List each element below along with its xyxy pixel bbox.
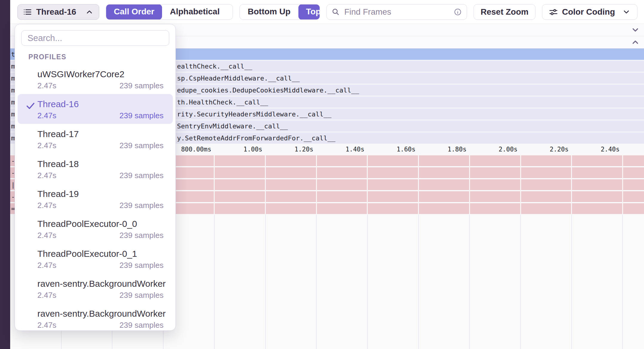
profile-duration: 2.47s <box>37 231 57 240</box>
profile-name: raven-sentry.BackgroundWorker <box>37 278 164 289</box>
gridline <box>622 155 623 215</box>
sort-order-tab[interactable]: Alphabetical <box>162 4 227 20</box>
profile-meta: 2.47s 239 samples <box>37 171 164 180</box>
profiles-search-input[interactable] <box>21 30 169 46</box>
profile-meta: 2.47s 239 samples <box>37 111 164 120</box>
sliders-icon <box>549 7 558 16</box>
profile-list-item[interactable]: Thread-17 2.47s 239 samples <box>15 124 176 154</box>
profile-duration: 2.47s <box>37 171 57 180</box>
direction-control: Bottom Up Top Down <box>239 4 320 20</box>
frame-label: sp.CspHeaderMiddleware.__call__ <box>177 75 300 82</box>
profile-sample-count: 239 samples <box>120 291 164 300</box>
frame-label: y.SetRemoteAddrFromForwardedFor.__call__ <box>177 134 335 142</box>
frame-label: rity.SecurityHeadersMiddleware.__call__ <box>177 110 332 118</box>
profile-duration: 2.47s <box>37 291 57 300</box>
profile-sample-count: 239 samples <box>120 261 164 270</box>
chevron-up-icon <box>631 38 640 47</box>
profile-sample-count: 239 samples <box>120 81 164 90</box>
profile-meta: 2.47s 239 samples <box>37 141 164 150</box>
find-frames-input[interactable] <box>344 7 450 17</box>
profile-duration: 2.47s <box>37 261 57 270</box>
profile-name: Thread-18 <box>37 159 164 169</box>
profile-list-item[interactable]: ThreadPoolExecutor-0_0 2.47s 239 samples <box>15 214 176 244</box>
gridline <box>418 215 419 349</box>
profile-name: Thread-19 <box>37 189 164 199</box>
sort-order-tab[interactable]: Call Order <box>106 4 162 20</box>
gridline <box>520 155 521 215</box>
gridline <box>418 155 419 215</box>
profile-list-item[interactable]: uWSGIWorker7Core2 2.47s 239 samples <box>15 64 176 94</box>
gridline <box>316 215 317 349</box>
profile-duration: 2.47s <box>37 81 57 90</box>
profiles-list: uWSGIWorker7Core2 2.47s 239 samples Thre… <box>15 64 176 331</box>
left-dark-rail <box>0 0 10 349</box>
reset-zoom-label: Reset Zoom <box>480 7 528 17</box>
gridline <box>367 215 368 349</box>
profile-meta: 2.47s 239 samples <box>37 231 164 240</box>
profiles-dropdown: PROFILES uWSGIWorker7Core2 2.47s 239 sam… <box>15 24 176 331</box>
profile-sample-count: 239 samples <box>120 111 164 120</box>
frame-label: ealthCheck.__call__ <box>177 63 252 70</box>
gridline <box>265 215 266 349</box>
chevron-down-icon <box>631 25 640 34</box>
thread-selector-button[interactable]: Thread-16 <box>17 4 99 20</box>
gridline <box>265 155 266 215</box>
direction-tab[interactable]: Top Down <box>298 4 320 20</box>
gridline <box>622 215 623 349</box>
search-icon <box>332 8 340 16</box>
thread-selector-label: Thread-16 <box>36 7 76 17</box>
toolbar: Thread-16 Call Order Alphabetical Left H… <box>0 0 644 24</box>
gridline <box>571 215 572 349</box>
profile-name: ThreadPoolExecutor-0_1 <box>37 248 164 259</box>
gridline <box>520 215 521 349</box>
profile-sample-count: 239 samples <box>120 201 164 210</box>
profile-meta: 2.47s 239 samples <box>37 81 164 90</box>
profile-sample-count: 239 samples <box>120 321 164 330</box>
profile-sample-count: 239 samples <box>120 141 164 150</box>
profile-list-item[interactable]: Thread-18 2.47s 239 samples <box>15 154 176 184</box>
frame-label: SentryEnvMiddleware.__call__ <box>177 122 288 130</box>
profile-duration: 2.47s <box>37 141 57 150</box>
profile-name: Thread-17 <box>37 129 164 139</box>
sort-order-control: Call Order Alphabetical Left Heavy <box>106 4 233 20</box>
gridline <box>469 155 470 215</box>
gridline <box>214 155 215 215</box>
gridline <box>316 155 317 215</box>
profile-list-item[interactable]: raven-sentry.BackgroundWorker 2.47s 239 … <box>15 304 176 331</box>
sort-order-tab[interactable]: Left Heavy <box>228 4 233 20</box>
profile-list-item[interactable]: Thread-19 2.47s 239 samples <box>15 184 176 214</box>
info-icon[interactable] <box>454 8 462 16</box>
profile-list-item[interactable]: ThreadPoolExecutor-0_1 2.47s 239 samples <box>15 244 176 274</box>
frame-label: th.HealthCheck.__call__ <box>177 98 268 106</box>
time-axis-tick-label: 2.40s <box>554 146 619 153</box>
gridline <box>214 215 215 349</box>
profile-name: Thread-16 <box>37 99 164 110</box>
gridline <box>469 215 470 349</box>
chevron-down-icon <box>622 8 631 16</box>
color-coding-button[interactable]: Color Coding <box>542 4 637 20</box>
profile-sample-count: 239 samples <box>120 171 164 180</box>
profile-meta: 2.47s 239 samples <box>37 201 164 210</box>
profile-meta: 2.47s 239 samples <box>37 261 164 270</box>
profiles-section-label: PROFILES <box>28 53 176 61</box>
find-frames-box <box>326 4 467 20</box>
color-coding-label: Color Coding <box>562 7 615 17</box>
profile-list-item[interactable]: Thread-16 2.47s 239 samples <box>18 94 173 124</box>
profile-meta: 2.47s 239 samples <box>37 321 164 330</box>
profile-name: uWSGIWorker7Core2 <box>37 69 164 80</box>
profile-list-item[interactable]: raven-sentry.BackgroundWorker 2.47s 239 … <box>15 274 176 304</box>
chevron-up-icon <box>85 8 94 16</box>
gridline <box>571 155 572 215</box>
profile-duration: 2.47s <box>37 321 57 330</box>
profile-sample-count: 239 samples <box>120 231 164 240</box>
checkmark-icon <box>25 101 36 112</box>
gridline <box>367 155 368 215</box>
direction-tab[interactable]: Bottom Up <box>240 4 298 20</box>
profile-duration: 2.47s <box>37 111 57 120</box>
frame-label: edupe_cookies.DedupeCookiesMiddleware.__… <box>177 87 359 94</box>
profile-duration: 2.47s <box>37 201 57 210</box>
profiler-screen: Thread-16 Call Order Alphabetical Left H… <box>0 0 644 349</box>
profile-name: raven-sentry.BackgroundWorker <box>37 308 164 319</box>
profile-name: ThreadPoolExecutor-0_0 <box>37 218 164 229</box>
reset-zoom-button[interactable]: Reset Zoom <box>474 4 535 20</box>
